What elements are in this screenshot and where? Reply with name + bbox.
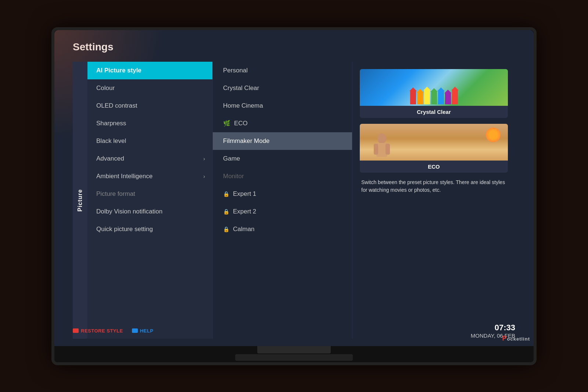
help-button[interactable]: HELP — [132, 328, 154, 334]
center-menu-label: Personal — [223, 67, 248, 74]
center-menu-item-expert1[interactable]: 🔒 Expert 1 — [213, 185, 352, 203]
center-menu-label: Expert 1 — [233, 190, 256, 198]
chevron-icon: › — [203, 156, 205, 162]
blue-button-icon — [132, 328, 138, 333]
center-menu-label: Crystal Clear — [223, 84, 259, 92]
lock-icon: 🔒 — [223, 226, 229, 232]
left-menu: AI Picture style Colour OLED contrast Sh… — [87, 62, 212, 339]
beach-hut-5 — [438, 90, 444, 104]
left-menu-label: Ambient Intelligence — [96, 173, 153, 180]
center-menu-item-home-cinema[interactable]: Home Cinema — [213, 97, 352, 115]
left-menu-item-sharpness[interactable]: Sharpness — [87, 115, 212, 132]
left-menu-label: AI Picture style — [96, 67, 141, 74]
menu-layout: Picture AI Picture style Colour OLED con… — [73, 62, 515, 339]
left-menu-label: Black level — [96, 137, 126, 145]
left-menu-item-ambient[interactable]: Ambient Intelligence › — [87, 168, 212, 185]
center-menu-label: Filmmaker Mode — [223, 137, 270, 145]
center-menu-item-personal[interactable]: Personal — [213, 62, 352, 79]
left-menu-item-oled-contrast[interactable]: OLED contrast — [87, 97, 212, 115]
center-menu-item-crystal-clear[interactable]: Crystal Clear — [213, 79, 352, 97]
left-menu-item-picture-format[interactable]: Picture format — [87, 185, 212, 203]
center-menu-item-filmmaker[interactable]: Filmmaker Mode — [213, 132, 352, 150]
center-menu-label: Monitor — [223, 173, 244, 180]
center-menu-item-game[interactable]: Game — [213, 150, 352, 168]
svg-rect-2 — [374, 144, 378, 155]
center-menu-item-expert2[interactable]: 🔒 Expert 2 — [213, 203, 352, 220]
left-menu-label: Picture format — [96, 190, 135, 198]
restore-style-button[interactable]: RESTORE STYLE — [73, 328, 123, 334]
center-menu-label: Expert 2 — [233, 208, 256, 215]
restore-label: RESTORE STYLE — [81, 328, 123, 334]
bottom-bar: RESTORE STYLE HELP 07:33 MONDAY, 06 FEB — [73, 323, 515, 339]
left-menu-item-advanced[interactable]: Advanced › — [87, 150, 212, 168]
beach-hut-7 — [452, 90, 458, 104]
tv-unit: Settings Picture AI Picture style Colour… — [51, 27, 537, 365]
center-menu-label: Home Cinema — [223, 102, 263, 109]
leaf-icon: 🌿 — [223, 120, 230, 127]
beach-hut-4 — [431, 91, 437, 104]
left-menu-label: OLED contrast — [96, 102, 137, 109]
tv-screen: Settings Picture AI Picture style Colour… — [54, 30, 534, 346]
crystal-clear-label: Crystal Clear — [360, 106, 508, 118]
sidebar-label: Picture — [73, 62, 87, 339]
beach-hut-2 — [417, 92, 423, 104]
lock-icon: 🔒 — [223, 209, 229, 215]
crystal-clear-preview-card: Crystal Clear — [360, 69, 508, 118]
time-display: 07:33 — [471, 323, 515, 332]
left-menu-label: Sharpness — [96, 120, 126, 127]
svg-point-0 — [377, 133, 386, 144]
picture-style-description: Switch between the preset picture styles… — [360, 179, 508, 194]
watermark: Pocketlint — [502, 335, 530, 342]
help-label: HELP — [140, 328, 154, 334]
eco-label: ECO — [360, 161, 508, 173]
svg-rect-3 — [386, 144, 390, 155]
beach-hut-6 — [445, 93, 451, 104]
red-button-icon — [73, 328, 79, 333]
beach-hut-3 — [424, 90, 430, 104]
person-silhouette — [371, 131, 393, 161]
lock-icon: 🔒 — [223, 191, 229, 197]
eco-image — [360, 124, 508, 161]
beach-hut-1 — [410, 90, 416, 104]
left-menu-item-ai-picture[interactable]: AI Picture style — [87, 62, 212, 79]
left-menu-item-quick-picture[interactable]: Quick picture setting — [87, 220, 212, 238]
center-menu-item-calman[interactable]: 🔒 Calman — [213, 220, 352, 238]
center-menu: Personal Crystal Clear Home Cinema 🌿 ECO… — [212, 62, 352, 339]
chevron-icon: › — [203, 173, 205, 179]
tv-stand-base — [235, 354, 353, 361]
center-menu-item-eco[interactable]: 🌿 ECO — [213, 115, 352, 132]
bottom-controls: RESTORE STYLE HELP — [73, 328, 153, 334]
crystal-clear-image — [360, 69, 508, 106]
left-menu-label: Advanced — [96, 155, 124, 162]
center-menu-item-monitor[interactable]: Monitor — [213, 168, 352, 185]
left-menu-item-colour[interactable]: Colour — [87, 79, 212, 97]
left-menu-label: Colour — [96, 84, 115, 92]
center-menu-label: Calman — [233, 226, 255, 233]
left-menu-label: Quick picture setting — [96, 226, 153, 233]
left-menu-item-dolby[interactable]: Dolby Vision notification — [87, 203, 212, 220]
left-menu-item-black-level[interactable]: Black level — [87, 132, 212, 150]
center-menu-label: Game — [223, 155, 240, 162]
right-panel: Crystal Clear E — [352, 62, 515, 339]
eco-preview-card: ECO — [360, 124, 508, 173]
center-menu-label: ECO — [234, 120, 248, 127]
left-menu-label: Dolby Vision notification — [96, 208, 162, 215]
page-title: Settings — [73, 41, 515, 53]
tv-stand — [257, 346, 331, 353]
screen-content: Settings Picture AI Picture style Colour… — [54, 30, 534, 346]
